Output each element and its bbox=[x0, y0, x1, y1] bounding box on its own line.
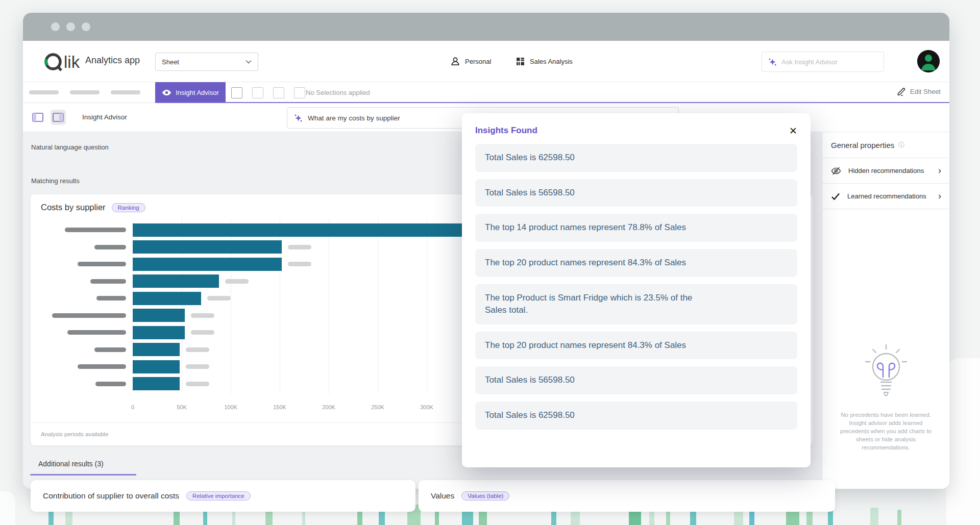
card-title: Contribution of supplier to overall cost… bbox=[43, 491, 179, 501]
axis-tick: 0 bbox=[131, 404, 134, 410]
redacted-toolbar-item bbox=[29, 90, 59, 94]
learned-recommendations-label: Learned recommendations bbox=[847, 192, 931, 200]
axis-tick: 250K bbox=[371, 404, 384, 410]
ask-insight-advisor-input[interactable]: Ask Insight Advisor bbox=[762, 52, 884, 72]
additional-result-card[interactable]: Values Values (table) bbox=[419, 480, 835, 512]
matching-results-label: Matching results bbox=[31, 177, 80, 185]
panel-right-icon bbox=[53, 113, 64, 122]
window-dot[interactable] bbox=[82, 22, 90, 31]
background-shape-right bbox=[946, 358, 980, 525]
bar[interactable] bbox=[133, 343, 180, 356]
selection-checkbox[interactable] bbox=[294, 87, 305, 98]
redacted-value-label bbox=[225, 279, 249, 284]
bar[interactable] bbox=[133, 326, 185, 339]
selection-checkbox[interactable] bbox=[252, 87, 263, 98]
insight-item[interactable]: The top 14 product names represent 78.8%… bbox=[475, 214, 797, 242]
panel-left-icon bbox=[32, 113, 43, 122]
axis-tick: 200K bbox=[322, 404, 335, 410]
window-dot[interactable] bbox=[66, 22, 75, 31]
check-icon bbox=[831, 192, 840, 201]
empty-state-illustration bbox=[822, 342, 949, 405]
background-bar bbox=[897, 510, 901, 525]
redacted-category-label bbox=[94, 245, 126, 249]
svg-text:lik: lik bbox=[64, 53, 80, 71]
edit-sheet-button[interactable]: Edit Sheet bbox=[897, 87, 941, 96]
window-dot[interactable] bbox=[51, 22, 60, 31]
bar[interactable] bbox=[133, 274, 219, 288]
bar[interactable] bbox=[133, 223, 466, 237]
person-icon bbox=[451, 57, 460, 66]
edit-sheet-label: Edit Sheet bbox=[910, 88, 941, 95]
insight-item[interactable]: The top 20 product names represent 84.3%… bbox=[475, 249, 797, 277]
axis-tick: 100K bbox=[224, 404, 237, 410]
background-bar bbox=[232, 510, 235, 525]
product-label: Analytics app bbox=[85, 55, 140, 66]
axis-tick: 150K bbox=[273, 404, 286, 410]
additional-result-card[interactable]: Contribution of supplier to overall cost… bbox=[31, 480, 415, 512]
bar[interactable] bbox=[133, 292, 201, 305]
lightbulb-icon bbox=[862, 342, 911, 405]
user-avatar[interactable] bbox=[917, 50, 940, 72]
left-panel-toggle[interactable] bbox=[30, 110, 45, 125]
advisor-query-text: What are my costs by supplier bbox=[308, 114, 400, 122]
close-icon[interactable]: ✕ bbox=[789, 126, 797, 136]
dialog-title: Insights Found bbox=[475, 126, 537, 136]
tab-underline bbox=[30, 474, 136, 476]
card-badge: Relative importance bbox=[186, 491, 251, 501]
redacted-category-label bbox=[90, 279, 126, 284]
insight-advisor-button-label: Insight Advisor bbox=[176, 89, 219, 96]
selection-checkbox[interactable] bbox=[231, 87, 242, 98]
pencil-icon bbox=[897, 87, 906, 96]
card-title: Values bbox=[431, 491, 454, 501]
bar[interactable] bbox=[133, 309, 185, 322]
bar[interactable] bbox=[133, 258, 282, 271]
insight-item[interactable]: The top Product is Smart Fridge which is… bbox=[475, 284, 797, 324]
bar[interactable] bbox=[133, 240, 282, 254]
properties-panel-header: General properties ⓘ bbox=[822, 132, 949, 158]
app-header: lik Analytics app Sheet Personal bbox=[23, 41, 949, 82]
redacted-category-label bbox=[78, 262, 126, 266]
avatar-person-icon bbox=[917, 50, 940, 72]
sheet-selector-value: Sheet bbox=[162, 58, 179, 66]
category-label-cell bbox=[41, 228, 133, 232]
insight-item[interactable]: Total Sales is 56598.50 bbox=[475, 179, 797, 207]
redacted-value-label bbox=[207, 296, 231, 301]
axis-tick: 50K bbox=[177, 404, 187, 410]
learned-recommendations-row[interactable]: Learned recommendations › bbox=[822, 184, 949, 209]
redacted-category-label bbox=[65, 228, 126, 232]
insight-item[interactable]: Total Sales is 62598.50 bbox=[475, 402, 797, 430]
redacted-value-label bbox=[186, 347, 209, 352]
insight-advisor-button[interactable]: Insight Advisor bbox=[155, 82, 226, 103]
bar[interactable] bbox=[133, 360, 180, 373]
workspace-switcher[interactable]: Personal bbox=[451, 41, 491, 82]
selection-checkbox[interactable] bbox=[273, 87, 284, 98]
category-label-cell bbox=[41, 279, 133, 284]
tab-additional-results[interactable]: Additional results (3) bbox=[38, 460, 104, 468]
sheet-selector[interactable]: Sheet bbox=[155, 53, 258, 71]
sparkle-icon bbox=[768, 58, 777, 66]
sparkle-icon bbox=[294, 114, 303, 122]
chart-title: Costs by supplier bbox=[41, 203, 106, 212]
redacted-category-label bbox=[67, 330, 126, 335]
bar[interactable] bbox=[133, 377, 180, 390]
advisor-bar-title: Insight Advisor bbox=[82, 113, 127, 121]
card-badge: Values (table) bbox=[461, 491, 509, 501]
hidden-recommendations-row[interactable]: Hidden recommendations › bbox=[822, 158, 949, 184]
category-label-cell bbox=[41, 262, 133, 266]
app-switcher[interactable]: Sales Analysis bbox=[516, 41, 573, 82]
redacted-value-label bbox=[191, 313, 214, 318]
insight-item[interactable]: The top 20 product names represent 84.3%… bbox=[475, 332, 797, 360]
redacted-category-label bbox=[52, 313, 126, 318]
insight-item[interactable]: Total Sales is 62598.50 bbox=[475, 144, 797, 172]
category-label-cell bbox=[41, 313, 133, 318]
redacted-category-label bbox=[96, 296, 126, 301]
right-panel-toggle[interactable] bbox=[51, 110, 66, 125]
window-titlebar bbox=[23, 13, 949, 41]
chevron-down-icon bbox=[246, 60, 252, 64]
insight-item[interactable]: Total Sales is 56598.50 bbox=[475, 366, 797, 394]
properties-panel: General properties ⓘ Hidden recommendati… bbox=[822, 132, 949, 489]
redacted-toolbar-item bbox=[111, 90, 140, 94]
ask-placeholder: Ask Insight Advisor bbox=[781, 58, 838, 66]
info-icon[interactable]: ⓘ bbox=[898, 141, 904, 149]
category-label-cell bbox=[41, 330, 133, 335]
